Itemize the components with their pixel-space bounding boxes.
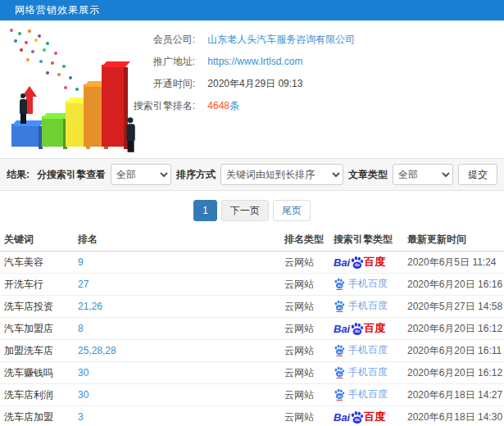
cell-rank: 30: [78, 389, 284, 401]
header-updated: 最新更新时间: [407, 233, 504, 247]
mobile-baidu-label: 手机百度: [348, 299, 388, 313]
table-row[interactable]: 开洗车行 27 云网站 du 手机百度 2020年6月20日 16:16: [0, 274, 504, 296]
mobile-baidu-label: 手机百度: [348, 387, 388, 401]
cell-rank-type: 云网站: [284, 256, 334, 270]
svg-text:du: du: [338, 305, 342, 309]
svg-text:du: du: [338, 283, 342, 287]
table-row[interactable]: 洗车赚钱吗 30 云网站 du 手机百度 2020年6月20日 16:12: [0, 362, 504, 384]
table-row[interactable]: 加盟洗车店 25,28,28 云网站 du 手机百度 2020年6月20日 16…: [0, 340, 504, 362]
sort-mode-select[interactable]: 关键词由短到长排序: [220, 164, 343, 185]
businessman-figure-left: [17, 93, 29, 124]
table-header-row: 关键词 排名 排名类型 搜索引擎类型 最新更新时间: [0, 229, 504, 252]
mobile-baidu-label: 手机百度: [348, 343, 388, 357]
cell-rank: 27: [78, 279, 284, 290]
baidu-paw-icon: du: [350, 410, 364, 424]
baidu-cn-text: 百度: [364, 410, 385, 424]
cell-updated: 2020年6月20日 16:11: [407, 344, 504, 358]
cell-engine: Bai du 百度: [334, 321, 407, 336]
pagination: 1 下一页 尾页: [0, 200, 504, 221]
cell-keyword: 汽车加盟店: [4, 322, 78, 336]
sort-mode-label: 排序方式: [176, 168, 216, 182]
cell-updated: 2020年6月20日 16:16: [407, 278, 504, 292]
table-row[interactable]: 汽车美容 9 云网站 Bai du 百度 2020年6月5日 11:24: [0, 252, 504, 274]
mobile-baidu-paw-icon: du: [334, 366, 345, 378]
mobile-baidu-paw-icon: du: [334, 344, 345, 356]
cell-engine: du 手机百度: [334, 343, 407, 359]
cell-rank: 8: [78, 323, 284, 334]
keyword-ranking-table: 关键词 排名 排名类型 搜索引擎类型 最新更新时间 汽车美容 9 云网站 Bai…: [0, 229, 504, 426]
baidu-paw-icon: du: [350, 322, 364, 336]
table-row[interactable]: 汽车加盟店 8 云网站 Bai du 百度 2020年6月20日 16:12: [0, 318, 504, 340]
baidu-logo-text: Bai: [334, 411, 350, 424]
cell-engine: Bai du 百度: [334, 410, 407, 424]
next-page-button[interactable]: 下一页: [221, 200, 269, 221]
header-rank-type: 排名类型: [284, 233, 334, 247]
company-name-link[interactable]: 山东老人头汽车服务咨询有限公司: [207, 34, 355, 45]
info-row-ranking-count: 搜索引擎排名: 4648条: [48, 95, 355, 117]
cell-rank-type: 云网站: [284, 300, 334, 314]
info-row-url: 推广地址: https://www.lrtlsd.com: [48, 51, 355, 73]
cell-rank: 9: [78, 256, 284, 268]
promo-url-link[interactable]: https://www.lrtlsd.com: [207, 56, 302, 67]
ranking-count-value: 4648: [207, 100, 229, 111]
baidu-cn-text: 百度: [364, 321, 385, 336]
table-row[interactable]: 洗车店投资 21,26 云网站 du 手机百度 2020年5月27日 14:58: [0, 296, 504, 318]
baidu-cn-text: 百度: [364, 255, 385, 270]
baidu-paw-icon: du: [350, 256, 364, 270]
mobile-baidu-logo: du 手机百度: [334, 365, 388, 379]
mobile-baidu-paw-icon: du: [334, 278, 345, 290]
article-type-label: 文章类型: [348, 168, 388, 182]
ranking-count-label: 搜索引擎排名:: [48, 95, 195, 117]
ranking-count-unit: 条: [229, 100, 239, 111]
baidu-pc-logo: Bai du 百度: [334, 321, 385, 336]
baidu-pc-logo: Bai du 百度: [334, 410, 385, 424]
header-engine-type: 搜索引擎类型: [334, 233, 407, 247]
mobile-baidu-paw-icon: du: [334, 300, 345, 312]
cell-keyword: 汽车美容: [4, 256, 78, 270]
cell-rank: 21,26: [78, 301, 284, 312]
cell-updated: 2020年6月18日 14:27: [407, 388, 504, 402]
businessman-figure-right: [124, 117, 137, 152]
info-row-company: 会员公司: 山东老人头汽车服务咨询有限公司: [48, 29, 355, 51]
submit-button[interactable]: 提交: [458, 164, 497, 185]
filter-bar: 结果: 分搜索引擎查看 全部 排序方式 关键词由短到长排序 文章类型 全部 提交: [0, 158, 504, 191]
info-section: 会员公司: 山东老人头汽车服务咨询有限公司 推广地址: https://www.…: [0, 20, 504, 158]
cell-engine: Bai du 百度: [334, 255, 407, 270]
cell-engine: du 手机百度: [334, 365, 407, 381]
cell-engine: du 手机百度: [334, 387, 407, 403]
company-label: 会员公司:: [48, 29, 195, 51]
svg-text:du: du: [355, 329, 360, 333]
article-type-select[interactable]: 全部: [393, 164, 453, 185]
svg-text:du: du: [338, 349, 342, 353]
confetti-decoration: [10, 29, 13, 32]
header-rank: 排名: [78, 233, 284, 247]
table-row[interactable]: 洗车店加盟 3 云网站 Bai du 百度 2020年6月18日 14:30: [0, 406, 504, 426]
cell-keyword: 洗车店投资: [4, 300, 78, 314]
cell-rank-type: 云网站: [284, 278, 334, 292]
cell-rank-type: 云网站: [284, 410, 334, 424]
last-page-button[interactable]: 尾页: [273, 200, 311, 221]
cell-keyword: 洗车赚钱吗: [4, 366, 78, 380]
table-body: 汽车美容 9 云网站 Bai du 百度 2020年6月5日 11:24 开洗车…: [0, 252, 504, 426]
baidu-pc-logo: Bai du 百度: [334, 255, 385, 270]
promo-url-label: 推广地址:: [48, 51, 195, 73]
mobile-baidu-label: 手机百度: [348, 277, 388, 291]
cell-rank: 30: [78, 367, 284, 378]
cell-updated: 2020年6月20日 16:12: [407, 366, 504, 380]
cell-keyword: 加盟洗车店: [4, 344, 78, 358]
bar-blue: [11, 124, 39, 147]
cell-rank: 25,28,28: [78, 345, 284, 356]
svg-text:du: du: [338, 371, 342, 375]
svg-text:du: du: [355, 263, 360, 267]
cell-updated: 2020年6月18日 14:30: [407, 410, 504, 424]
cell-updated: 2020年6月5日 11:24: [407, 256, 504, 270]
page-title: 网络营销效果展示: [15, 4, 100, 16]
svg-text:du: du: [355, 418, 360, 422]
cell-updated: 2020年5月27日 14:58: [407, 300, 504, 314]
page-button-1[interactable]: 1: [193, 200, 217, 221]
table-row[interactable]: 洗车店利润 30 云网站 du 手机百度 2020年6月18日 14:27: [0, 384, 504, 406]
filter-controls: 分搜索引擎查看 全部 排序方式 关键词由短到长排序 文章类型 全部 提交: [37, 164, 497, 185]
page-header: 网络营销效果展示: [0, 0, 504, 20]
engine-view-select[interactable]: 全部: [111, 164, 171, 185]
result-label: 结果:: [7, 168, 30, 182]
